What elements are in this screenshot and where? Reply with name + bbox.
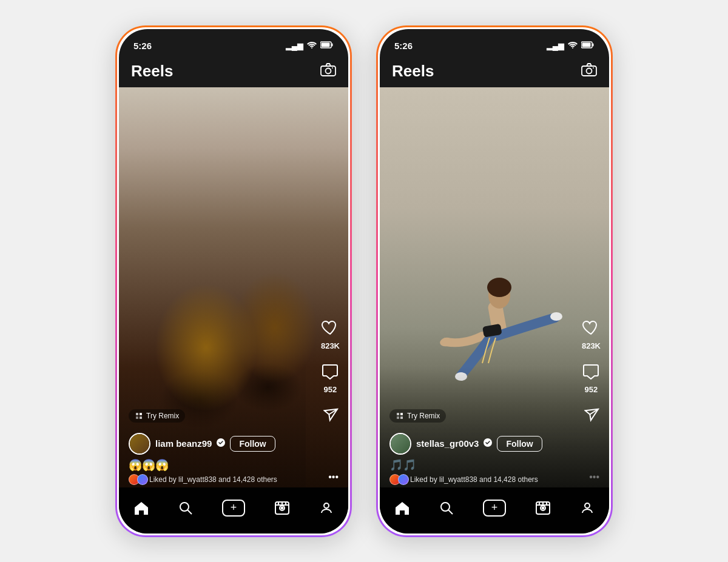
wifi-icon-1 [307,41,317,50]
svg-rect-26 [593,44,594,47]
battery-icon-1 [320,41,334,50]
verified-icon-1 [217,438,225,449]
liked-by-2: Liked by lil_wyatt838 and 14,428 others [389,474,557,485]
phone-2-frame: 5:26 ▂▄▆ [376,25,613,537]
add-icon-1: + [231,501,237,514]
action-buttons-2: 823K 952 [582,319,601,424]
bottom-nav-2: + [380,487,609,534]
svg-point-22 [550,312,562,321]
nav-home-2[interactable] [394,501,410,515]
bottom-nav-1: + [119,487,348,534]
nav-add-2[interactable]: + [483,500,506,517]
status-icons-1: ▂▄▆ [286,41,334,50]
more-options-2[interactable]: ••• [589,472,599,483]
nav-search-2[interactable] [439,501,454,515]
wifi-icon-2 [568,41,578,50]
liked-by-1: Liked by lil_wyatt838 and 14,428 others [129,474,296,485]
liked-avatar-b-2 [398,474,409,485]
liked-avatars-2 [389,474,406,485]
nav-add-1[interactable]: + [222,500,245,517]
liked-by-text-1: Liked by lil_wyatt838 and 14,428 others [149,475,277,484]
comment-icon-2 [582,363,599,383]
header-1: Reels [119,56,348,87]
status-time-1: 5:26 [133,41,152,51]
follow-button-2[interactable]: Follow [497,436,542,452]
remix-label-2: Try Remix [407,412,440,420]
svg-point-40 [585,503,590,508]
svg-point-30 [593,67,594,69]
comment-button-2[interactable]: 952 [582,363,599,394]
svg-rect-27 [582,43,591,47]
bottom-info-2: stellas_gr00v3 Follow 🎵🎵 [380,433,567,485]
nav-reels-2[interactable] [535,501,551,515]
remix-badge-1[interactable]: Try Remix [129,409,185,423]
svg-rect-4 [321,66,335,76]
liked-avatars-1 [129,474,146,485]
like-count-1: 823K [321,341,340,350]
caption-2: 🎵🎵 [389,458,557,472]
bottom-info-1: liam beanz99 Follow 😱😱😱 [119,433,306,485]
comment-button-1[interactable]: 952 [322,363,339,394]
user-row-1: liam beanz99 Follow [129,433,296,455]
status-icons-2: ▂▄▆ [547,41,595,50]
svg-point-16 [324,503,329,508]
share-button-1[interactable] [322,406,338,424]
svg-point-0 [311,47,312,49]
send-icon-1 [320,404,340,426]
like-button-2[interactable]: 823K [582,319,601,350]
like-count-2: 823K [582,341,601,350]
follow-button-1[interactable]: Follow [230,436,275,452]
phone-1-frame: 5:26 ▂▄▆ [115,25,352,537]
svg-point-11 [281,507,283,509]
svg-point-19 [487,278,511,297]
verified-icon-2 [484,438,492,449]
phone-2: 5:26 ▂▄▆ [376,25,613,537]
nav-reels-1[interactable] [274,501,290,515]
svg-rect-2 [332,44,333,47]
status-bar-2: 5:26 ▂▄▆ [380,29,609,56]
signal-icon-1: ▂▄▆ [286,41,303,50]
signal-icon-2: ▂▄▆ [547,41,564,50]
comment-count-1: 952 [324,385,337,394]
svg-rect-28 [582,66,596,76]
share-button-2[interactable] [583,406,599,424]
like-button-1[interactable]: 823K [321,319,340,350]
add-icon-2: + [491,501,498,514]
liked-by-text-2: Liked by lil_wyatt838 and 14,428 others [410,475,538,484]
send-icon-2 [581,404,601,426]
heart-icon-2 [582,319,600,339]
battery-icon-2 [581,41,595,50]
comment-count-2: 952 [585,385,598,394]
phone-2-screen: 5:26 ▂▄▆ [380,29,609,534]
user-row-2: stellas_gr00v3 Follow [389,433,557,455]
svg-point-5 [326,68,331,73]
header-title-1: Reels [131,62,173,81]
camera-icon-2[interactable] [581,63,597,80]
username-1: liam beanz99 [155,438,212,449]
gymnast-figure [380,120,609,485]
svg-point-21 [455,372,467,381]
header-2: Reels [380,56,609,87]
caption-1: 😱😱😱 [129,458,296,472]
status-bar-1: 5:26 ▂▄▆ [119,29,348,56]
remix-badge-2[interactable]: Try Remix [389,409,446,423]
liked-avatar-b-1 [137,474,148,485]
nav-profile-1[interactable] [319,501,334,515]
remix-label-1: Try Remix [146,412,179,420]
svg-point-24 [572,47,573,49]
svg-point-6 [332,67,333,69]
avatar-1 [129,433,150,455]
nav-home-1[interactable] [133,501,149,515]
comment-icon-1 [322,363,339,383]
heart-icon-1 [321,319,339,339]
avatar-2 [389,433,411,455]
svg-rect-3 [322,43,330,47]
action-buttons-1: 823K 952 [321,319,340,424]
svg-point-32 [441,503,450,511]
camera-icon-1[interactable] [320,63,336,80]
status-time-2: 5:26 [394,41,413,51]
more-options-1[interactable]: ••• [328,472,339,483]
nav-search-1[interactable] [178,501,193,515]
nav-profile-2[interactable] [580,501,595,515]
phone-1-screen: 5:26 ▂▄▆ [119,29,348,534]
